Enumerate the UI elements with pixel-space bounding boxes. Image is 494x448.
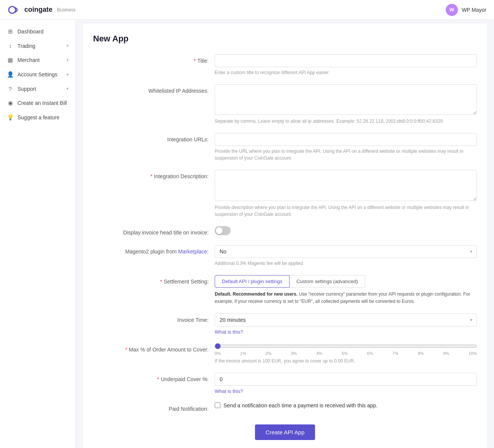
whitelist-label: Whitelisted IP Addresses: [93,84,215,95]
account-icon: 👤 [7,71,14,78]
marketplace-link[interactable]: Marketplace [178,249,207,255]
paid-notification-label: Paid Notification: [93,402,215,413]
display-invoice-toggle[interactable] [215,226,231,235]
settlement-field: Default API / plugin settings Custom set… [215,275,477,305]
sidebar-item-support[interactable]: ? Support ▾ [0,82,76,96]
paid-notification-field: Send a notification each time a payment … [215,402,477,408]
sidebar-item-suggest-feature[interactable]: 💡 Suggest a feature [0,110,76,125]
max-order-label: * Max % of Order Amount to Cover: [93,343,215,354]
max-order-slider[interactable] [215,343,477,349]
integration-desc-textarea[interactable] [215,170,477,201]
magento-select[interactable]: No Yes [215,245,477,258]
whitelist-field: Separate by comma. Leave empty to allow … [215,84,477,125]
settlement-custom-btn[interactable]: Custom settings (advanced) [290,275,365,288]
trading-icon: ↕ [7,43,14,49]
page-content: New App * Title: Enter a custom title to… [82,23,488,448]
form-row-settlement: * Settlement Setting: Default API / plug… [93,275,477,305]
whitelist-textarea[interactable] [215,84,477,115]
sidebar-item-label: Create an Instant Bill [17,100,67,106]
max-order-field: 0% 1% 2% 3% 4% 5% 6% 7% 8% 9% 10% If the… [215,343,477,364]
integration-urls-field: Provide the URL where you plan to integr… [215,133,477,161]
svg-point-0 [9,6,16,13]
invoice-time-link[interactable]: What is this? [215,329,243,335]
form-row-underpaid: * Underpaid Cover %: What is this? [93,373,477,394]
form-row-magento: Magento2 plugin from Marketplace: No Yes… [93,245,477,267]
title-hint: Enter a custom title to recognize differ… [215,69,477,76]
integration-desc-label: * Integration Description: [93,170,215,180]
sidebar-item-merchant[interactable]: ▦ Merchant ▾ [0,53,76,67]
underpaid-field: What is this? [215,373,477,394]
form-row-paid-notification: Paid Notification: Send a notification e… [93,402,477,413]
magento-field: No Yes ▾ Additional 0.3% Magento fee wil… [215,245,477,267]
sidebar-item-trading[interactable]: ↕ Trading ▾ [0,39,76,53]
form-row-title: * Title: Enter a custom title to recogni… [93,54,477,76]
logo-badge: Business [57,7,76,13]
user-name: WP Mayor [462,7,486,13]
settlement-label: * Settlement Setting: [93,275,215,286]
magento-label: Magento2 plugin from Marketplace: [93,245,215,256]
topnav: coingate Business W WP Mayor [0,0,494,20]
sidebar-item-instant-bill[interactable]: ◉ Create an Instant Bill [0,96,76,110]
invoice-time-select[interactable]: 20 minutes 30 minutes 1 hour 2 hours 6 h… [215,313,477,326]
settlement-buttons: Default API / plugin settings Custom set… [215,275,477,288]
main-content: ⌂ / Account / Merchant / Apps / New New … [76,0,494,448]
sidebar-item-label: Trading [17,43,35,49]
sidebar-item-label: Account Settings [17,71,57,78]
user-avatar: W [446,4,458,16]
form-row-integration-urls: Integration URLs: Provide the URL where … [93,133,477,161]
sidebar-item-label: Dashboard [17,28,44,35]
underpaid-link[interactable]: What is this? [215,388,243,394]
paid-notification-text: Send a notification each time a payment … [223,402,377,408]
support-icon: ? [7,85,14,92]
user-area: W WP Mayor [446,4,486,16]
form-actions: Create API App [93,424,477,440]
slider-labels: 0% 1% 2% 3% 4% 5% 6% 7% 8% 9% 10% [215,351,477,356]
sidebar-item-label: Suggest a feature [17,114,60,120]
form-row-invoice-time: Invoice Time: 20 minutes 30 minutes 1 ho… [93,313,477,335]
underpaid-label: * Underpaid Cover %: [93,373,215,383]
settlement-default-btn[interactable]: Default API / plugin settings [215,275,290,288]
logo-area: coingate Business [8,3,76,17]
integration-desc-hint: Provide description where you plan to in… [215,204,477,218]
invoice-time-select-wrap: 20 minutes 30 minutes 1 hour 2 hours 6 h… [215,313,477,326]
integration-urls-hint: Provide the URL where you plan to integr… [215,148,477,161]
chevron-down-icon: ▾ [66,43,69,48]
create-api-app-button[interactable]: Create API App [255,424,315,440]
settlement-desc-bold: Default. Recommended for new users. [215,291,298,297]
display-invoice-label: Display invoice head title on invoice: [93,226,215,237]
bill-icon: ◉ [7,100,14,106]
chevron-down-icon: ▾ [66,72,69,77]
sidebar: ⊞ Dashboard ↕ Trading ▾ ▦ Merchant ▾ 👤 A… [0,20,76,448]
form-row-display-invoice: Display invoice head title on invoice: [93,226,477,237]
max-order-hint: If the invoice amount is 100 EUR, you ag… [215,358,477,364]
merchant-icon: ▦ [7,57,14,63]
chevron-down-icon: ▾ [66,86,69,91]
paid-notification-checkbox[interactable] [215,402,220,408]
sidebar-item-label: Merchant [17,57,40,63]
whitelist-hint: Separate by comma. Leave empty to allow … [215,118,477,125]
integration-urls-label: Integration URLs: [93,133,215,144]
sidebar-item-dashboard[interactable]: ⊞ Dashboard [0,24,76,39]
title-label: * Title: [93,54,215,65]
form-row-max-order: * Max % of Order Amount to Cover: 0% 1% … [93,343,477,364]
sidebar-item-label: Support [17,86,36,92]
logo-icon [8,3,21,17]
magento-select-wrap: No Yes ▾ [215,245,477,258]
title-field: Enter a custom title to recognize differ… [215,54,477,76]
paid-notification-checkbox-row: Send a notification each time a payment … [215,402,477,408]
page-title: New App [93,34,477,44]
invoice-time-label: Invoice Time: [93,313,215,324]
integration-desc-field: Provide description where you plan to in… [215,170,477,218]
magento-hint: Additional 0.3% Magento fee will be appl… [215,260,477,267]
settlement-description: Default. Recommended for new users. Use … [215,291,477,305]
display-invoice-field [215,226,477,235]
title-input[interactable] [215,54,477,67]
chevron-down-icon: ▾ [66,58,69,63]
sidebar-item-account-settings[interactable]: 👤 Account Settings ▾ [0,67,76,82]
logo-text: coingate [24,6,52,14]
underpaid-input[interactable] [215,373,477,386]
form-row-whitelist: Whitelisted IP Addresses: Separate by co… [93,84,477,125]
form-row-integration-desc: * Integration Description: Provide descr… [93,170,477,218]
integration-urls-input[interactable] [215,133,477,146]
dashboard-icon: ⊞ [7,28,14,35]
